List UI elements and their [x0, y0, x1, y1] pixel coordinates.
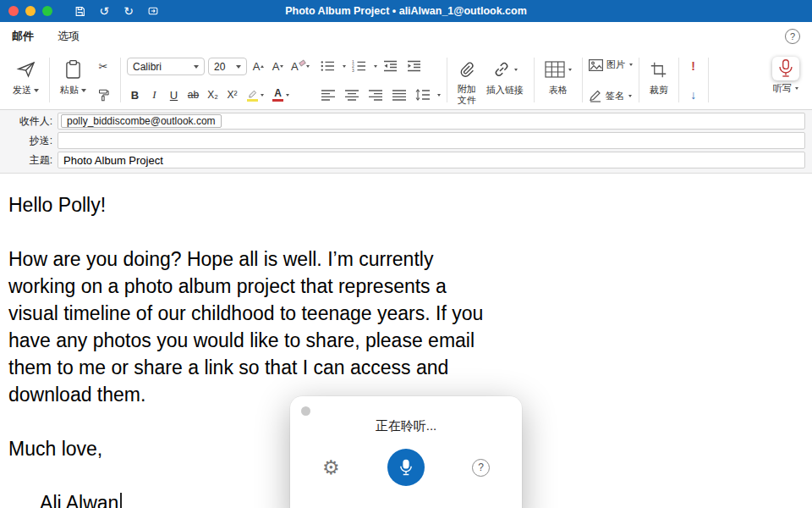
align-left-icon [321, 90, 335, 101]
shrink-font-button[interactable]: A [270, 58, 286, 75]
format-painter-button[interactable] [93, 86, 113, 103]
microphone-icon [399, 459, 413, 477]
table-button[interactable]: 表格 [540, 51, 577, 100]
microphone-icon [772, 57, 799, 80]
link-icon [492, 61, 511, 78]
bullet-list-icon [321, 60, 335, 72]
recipient-chip[interactable]: polly_biddiscombe@outlook.com [61, 114, 222, 128]
tab-options[interactable]: 选项 [58, 29, 80, 44]
picture-button[interactable]: 图片 [589, 58, 633, 71]
clipboard-group: 粘贴 ✂ [52, 51, 118, 109]
italic-button[interactable]: I [146, 87, 162, 103]
justify-button[interactable] [389, 86, 409, 103]
attach-label-line1: 附加 [458, 84, 476, 95]
high-importance-button[interactable]: ! [686, 58, 701, 74]
divider [447, 58, 447, 102]
align-center-button[interactable] [342, 86, 362, 103]
popup-close-button[interactable] [301, 406, 310, 416]
outdent-icon [383, 60, 398, 72]
increase-indent-button[interactable] [404, 58, 425, 75]
cut-button[interactable]: ✂ [93, 58, 113, 75]
table-group: 表格 [537, 51, 579, 109]
strikethrough-button[interactable]: ab [185, 87, 201, 103]
cc-input[interactable] [58, 132, 805, 149]
tab-mail[interactable]: 邮件 [12, 29, 34, 44]
attach-file-button[interactable]: 附加文件 [453, 51, 481, 109]
quick-access-toolbar: ↺ ↻ [73, 4, 160, 18]
body-line: Hello Polly! [8, 191, 804, 218]
bullet-list-button[interactable] [318, 58, 338, 75]
crop-group: 裁剪 [642, 51, 676, 109]
eraser-icon [299, 59, 306, 66]
send-button[interactable]: 发送 [8, 51, 44, 100]
picture-icon [589, 59, 603, 71]
to-row: 收件人: polly_biddiscombe@outlook.com [0, 113, 805, 130]
send-group: 发送 [5, 51, 47, 109]
paste-icon [65, 57, 81, 82]
highlight-color-button[interactable] [244, 86, 266, 103]
low-importance-button[interactable]: ↓ [686, 87, 701, 102]
indent-icon [407, 60, 421, 72]
subscript-button[interactable]: X₂ [205, 87, 221, 103]
table-icon [545, 61, 565, 78]
align-left-button[interactable] [318, 86, 338, 103]
chevron-down-icon [437, 94, 441, 97]
zoom-button[interactable] [42, 6, 52, 16]
message-header-fields: 收件人: polly_biddiscombe@outlook.com 抄送: 主… [0, 110, 812, 174]
numbered-list-icon: 123 [352, 60, 366, 72]
divider [120, 58, 121, 102]
picture-label: 图片 [606, 58, 625, 71]
body-line [8, 218, 804, 246]
grow-font-button[interactable]: A [250, 58, 266, 75]
numbered-list-button[interactable]: 123 [349, 58, 370, 75]
font-size-select[interactable]: 20 [208, 58, 247, 75]
align-right-icon [369, 90, 382, 101]
to-label: 收件人: [0, 114, 52, 129]
save-icon[interactable] [73, 4, 86, 18]
include-group: 附加文件 插入链接 [450, 51, 531, 109]
body-line: visual timeline of our childhood to teen… [8, 300, 804, 327]
close-button[interactable] [8, 6, 19, 16]
font-group: Calibri 20 A A A B I U ab X₂ X² [123, 51, 315, 110]
cc-label: 抄送: [0, 134, 52, 148]
chevron-down-icon [81, 89, 86, 92]
help-icon[interactable]: ? [785, 29, 800, 44]
svg-text:3: 3 [352, 68, 354, 72]
chevron-down-icon [280, 65, 283, 68]
divider [708, 58, 709, 102]
font-color-button[interactable]: A [270, 86, 292, 103]
superscript-button[interactable]: X² [224, 87, 240, 103]
crop-button[interactable]: 裁剪 [645, 51, 673, 100]
scissors-icon: ✂ [99, 61, 108, 72]
font-size-value: 20 [214, 61, 225, 73]
paste-button[interactable]: 粘贴 [55, 51, 91, 100]
signature-label: 签名 [606, 90, 624, 102]
chevron-up-icon [261, 65, 264, 68]
dictate-button[interactable]: 听写 [767, 51, 804, 98]
subject-input[interactable]: Photo Album Project [58, 152, 805, 168]
undo-icon[interactable]: ↺ [97, 4, 111, 18]
font-name-select[interactable]: Calibri [127, 58, 205, 75]
chevron-down-icon [795, 87, 798, 90]
dictate-group: 听写 [765, 51, 807, 109]
format-painter-icon [97, 89, 110, 102]
underline-button[interactable]: U [166, 87, 182, 103]
decrease-indent-button[interactable] [381, 58, 401, 75]
microphone-button[interactable] [387, 449, 425, 486]
line-spacing-button[interactable] [413, 86, 433, 103]
titlebar: ↺ ↻ Photo Album Project • aliAlwan_1@out… [0, 0, 812, 22]
to-input[interactable]: polly_biddiscombe@outlook.com [58, 113, 805, 130]
signature-button[interactable]: 签名 [589, 90, 633, 102]
quick-access-customize-icon[interactable] [146, 4, 160, 18]
minimize-button[interactable] [25, 6, 36, 16]
ribbon-toolbar: 发送 粘贴 ✂ Calibri [0, 51, 812, 110]
settings-gear-icon[interactable]: ⚙ [322, 458, 340, 478]
cc-row: 抄送: [0, 132, 805, 149]
redo-icon[interactable]: ↻ [122, 4, 135, 18]
text-cursor [120, 493, 122, 508]
help-icon[interactable]: ? [472, 459, 490, 477]
clear-formatting-button[interactable]: A [289, 58, 311, 75]
bold-button[interactable]: B [127, 87, 143, 103]
align-right-button[interactable] [365, 86, 386, 103]
insert-link-button[interactable]: 插入链接 [481, 51, 529, 100]
